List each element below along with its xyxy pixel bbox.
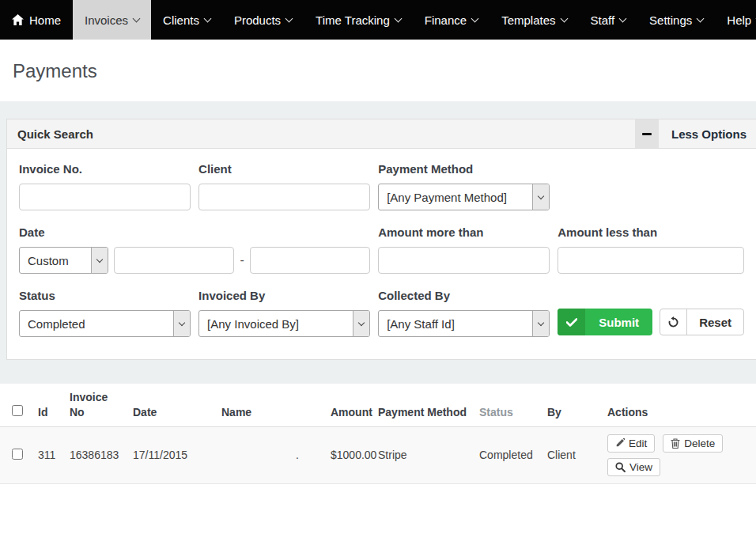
table-row: 311 16386183 17/11/2015 . $1000.00 Strip… <box>0 426 756 483</box>
payment-method-group: Payment Method [Any Payment Method] <box>378 162 550 210</box>
nav-item-templates[interactable]: Templates <box>490 0 578 40</box>
delete-button[interactable]: Delete <box>663 434 723 453</box>
col-header-by: By <box>541 384 601 426</box>
client-group: Client <box>198 162 370 210</box>
status-select[interactable]: Completed <box>19 310 191 337</box>
reset-button[interactable]: Reset <box>660 309 744 335</box>
amount-less-label: Amount less than <box>558 225 744 239</box>
invoice-no-input[interactable] <box>19 184 191 210</box>
chevron-down-icon <box>203 14 211 22</box>
quick-search-panel: Quick Search Less Options Invoice No. Cl… <box>6 119 756 360</box>
select-arrow <box>173 311 190 336</box>
row-checkbox[interactable] <box>12 449 23 460</box>
cell-status: Completed <box>473 426 541 483</box>
chevron-down-icon <box>619 14 627 22</box>
col-header-status: Status <box>473 384 541 426</box>
pencil-icon <box>615 438 625 448</box>
nav-item-help[interactable]: Help <box>715 0 756 40</box>
delete-label: Delete <box>684 437 715 449</box>
col-header-date: Date <box>127 384 215 426</box>
date-label: Date <box>19 225 370 239</box>
client-label: Client <box>198 162 370 176</box>
amount-less-input[interactable] <box>558 247 744 274</box>
select-arrow <box>91 248 108 273</box>
invoiced-by-label: Invoiced By <box>198 289 370 302</box>
page-title: Payments <box>13 60 743 82</box>
submit-button[interactable]: Submit <box>558 309 652 335</box>
client-input[interactable] <box>198 184 370 210</box>
view-button[interactable]: View <box>607 458 660 476</box>
date-from-input[interactable] <box>114 247 234 274</box>
select-arrow <box>353 311 369 336</box>
chevron-down-icon <box>96 256 103 262</box>
edit-label: Edit <box>629 437 647 449</box>
invoiced-by-group: Invoiced By [Any Invoiced By] <box>198 289 370 337</box>
nav-item-staff[interactable]: Staff <box>579 0 638 40</box>
date-range-value: Custom <box>20 254 91 267</box>
invoiced-by-select[interactable]: [Any Invoiced By] <box>198 310 370 337</box>
nav-item-label: Templates <box>501 13 555 27</box>
nav-item-settings[interactable]: Settings <box>637 0 715 40</box>
chevron-down-icon <box>538 319 544 325</box>
refresh-icon <box>660 309 687 335</box>
amount-more-input[interactable] <box>378 247 550 274</box>
table-header-row: Id Invoice No Date Name Amount Payment M… <box>0 384 756 426</box>
select-arrow <box>532 311 549 336</box>
chevron-down-icon <box>133 14 141 22</box>
nav-item-products[interactable]: Products <box>222 0 304 40</box>
payments-table-section: Id Invoice No Date Name Amount Payment M… <box>0 384 756 484</box>
nav-item-label: Clients <box>163 13 199 27</box>
col-header-id: Id <box>32 384 63 426</box>
cell-invoice-no: 16386183 <box>63 426 127 483</box>
collected-by-group: Collected By [Any Staff Id] <box>378 289 550 337</box>
collected-by-select[interactable]: [Any Staff Id] <box>378 310 550 337</box>
quick-search-header: Quick Search Less Options <box>7 119 756 149</box>
chevron-down-icon <box>358 319 365 325</box>
cell-by: Client <box>541 426 601 483</box>
col-header-payment-method: Payment Method <box>372 384 473 426</box>
chevron-down-icon <box>697 14 705 22</box>
cell-date: 17/11/2015 <box>127 426 215 483</box>
minus-icon <box>642 133 652 135</box>
cell-id: 311 <box>32 426 63 483</box>
amount-more-group: Amount more than <box>378 225 550 274</box>
date-group: Date Custom - <box>19 225 370 274</box>
reset-label: Reset <box>687 309 743 335</box>
home-icon <box>12 14 24 25</box>
amount-more-label: Amount more than <box>378 225 550 239</box>
status-label: Status <box>19 289 191 302</box>
view-label: View <box>629 461 652 473</box>
quick-search-title: Quick Search <box>17 127 93 141</box>
date-range-select[interactable]: Custom <box>19 247 108 274</box>
nav-item-label: Invoices <box>85 13 128 27</box>
col-header-invoice-no: Invoice No <box>63 384 127 426</box>
nav-item-label: Help <box>727 13 751 27</box>
nav-item-label: Time Tracking <box>316 13 390 27</box>
form-buttons: Submit Reset <box>558 289 744 337</box>
nav-item-label: Finance <box>425 13 467 27</box>
nav-item-home[interactable]: Home <box>0 0 73 40</box>
collected-by-label: Collected By <box>378 289 550 302</box>
cell-name: . <box>215 426 324 483</box>
col-header-amount: Amount <box>324 384 372 426</box>
payment-method-select[interactable]: [Any Payment Method] <box>378 184 550 210</box>
nav-item-invoices[interactable]: Invoices <box>73 0 151 40</box>
date-to-input[interactable] <box>250 247 370 274</box>
trash-icon <box>671 438 680 449</box>
amount-less-group: Amount less than <box>558 225 744 274</box>
less-options-link[interactable]: Less Options <box>659 127 756 141</box>
select-all-checkbox[interactable] <box>12 405 23 416</box>
nav-item-time-tracking[interactable]: Time Tracking <box>304 0 413 40</box>
cell-payment-method: Stripe <box>372 426 473 483</box>
content-area: Quick Search Less Options Invoice No. Cl… <box>0 101 756 384</box>
col-header-actions: Actions <box>601 384 756 426</box>
invoiced-by-value: [Any Invoiced By] <box>199 317 353 331</box>
col-header-name: Name <box>215 384 324 426</box>
collapse-button[interactable] <box>635 119 659 148</box>
nav-item-finance[interactable]: Finance <box>413 0 490 40</box>
invoice-no-group: Invoice No. <box>19 162 191 210</box>
spacer <box>558 162 744 210</box>
page-header: Payments <box>0 40 756 101</box>
nav-item-clients[interactable]: Clients <box>151 0 222 40</box>
edit-button[interactable]: Edit <box>607 434 655 453</box>
